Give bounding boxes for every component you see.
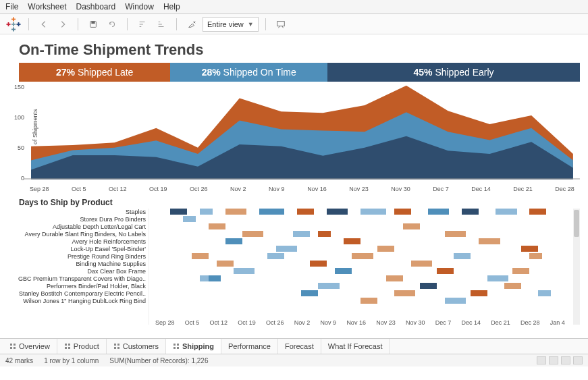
gantt-bar[interactable] xyxy=(217,261,234,267)
forward-button[interactable] xyxy=(55,17,71,32)
gantt-bar[interactable] xyxy=(183,216,196,222)
gantt-bar[interactable] xyxy=(310,261,327,267)
gantt-bar[interactable] xyxy=(192,253,209,259)
fit-select[interactable]: Entire view ▼ xyxy=(203,17,259,32)
gantt-bar[interactable] xyxy=(420,283,437,289)
gantt-bar[interactable] xyxy=(352,253,373,259)
tab-label: Performance xyxy=(228,342,271,350)
view-mini-3[interactable] xyxy=(561,356,570,364)
product-label: Staples xyxy=(7,209,149,216)
svg-rect-22 xyxy=(65,344,67,346)
gantt-bar[interactable] xyxy=(538,290,551,296)
menu-dashboard[interactable]: Dashboard xyxy=(76,2,115,11)
gantt-bar[interactable] xyxy=(403,223,420,229)
gantt-bar[interactable] xyxy=(276,246,297,252)
status-sum: SUM(Number of Records): 1,226 xyxy=(109,357,208,364)
product-label: GBC Premium Transparent Covers with Diag… xyxy=(7,275,149,283)
menu-file[interactable]: File xyxy=(5,2,18,11)
gantt-bar[interactable] xyxy=(259,209,285,215)
gantt-bar[interactable] xyxy=(445,231,466,237)
svg-rect-32 xyxy=(173,347,176,349)
gantt-bar[interactable] xyxy=(318,283,339,289)
gantt-bar[interactable] xyxy=(301,290,318,296)
gantt-body[interactable] xyxy=(149,209,580,325)
gantt-bar[interactable] xyxy=(521,246,538,252)
gantt-bar[interactable] xyxy=(225,209,246,215)
gantt-bar[interactable] xyxy=(428,209,449,215)
sheet-tabs: OverviewProductCustomersShippingPerforma… xyxy=(0,338,588,354)
gantt-bar[interactable] xyxy=(529,209,546,215)
gantt-bar[interactable] xyxy=(377,246,394,252)
sort-asc-button[interactable] xyxy=(134,17,151,32)
gantt-bar[interactable] xyxy=(318,231,331,237)
gantt-chart[interactable]: StaplesStorex Dura Pro BindersAdjustable… xyxy=(7,209,580,325)
svg-rect-28 xyxy=(114,347,116,349)
kpi-early[interactable]: 45% Shipped Early xyxy=(327,63,580,82)
tab-performance[interactable]: Performance xyxy=(221,339,278,354)
gantt-bar[interactable] xyxy=(394,209,411,215)
gantt-row xyxy=(149,283,572,290)
gantt-bar[interactable] xyxy=(394,290,415,296)
gantt-bar[interactable] xyxy=(437,268,454,274)
product-labels: StaplesStorex Dura Pro BindersAdjustable… xyxy=(7,209,149,325)
gantt-bar[interactable] xyxy=(335,268,352,274)
sort-desc-button[interactable] xyxy=(153,17,169,32)
menu-window[interactable]: Window xyxy=(125,2,154,11)
gantt-row xyxy=(149,275,572,282)
svg-rect-20 xyxy=(10,347,12,349)
area-chart[interactable]: Number of Shipments 150 100 50 0 Sep 28O… xyxy=(7,84,580,192)
gantt-bar[interactable] xyxy=(504,283,521,289)
svg-rect-21 xyxy=(14,347,16,349)
gantt-bar[interactable] xyxy=(471,290,487,296)
gantt-bar[interactable] xyxy=(462,209,479,215)
gantt-bar[interactable] xyxy=(242,231,263,237)
save-button[interactable] xyxy=(85,17,101,32)
gantt-bar[interactable] xyxy=(200,209,213,215)
gantt-bar[interactable] xyxy=(445,298,466,304)
x-ticks: Sep 28Oct 5Oct 12Oct 19Oct 26Nov 2Nov 9N… xyxy=(24,186,580,192)
clear-highlight-button[interactable] xyxy=(184,17,200,32)
tab-product[interactable]: Product xyxy=(57,339,107,354)
gantt-bar[interactable] xyxy=(267,253,284,259)
back-button[interactable] xyxy=(36,17,52,32)
gantt-bar[interactable] xyxy=(487,275,508,281)
gantt-bar[interactable] xyxy=(454,253,471,259)
gantt-bar[interactable] xyxy=(225,238,242,244)
gantt-bar[interactable] xyxy=(327,209,348,215)
scrollbar[interactable] xyxy=(573,209,580,325)
tab-customers[interactable]: Customers xyxy=(107,339,166,354)
scrollbar-thumb[interactable] xyxy=(574,210,579,237)
kpi-ontime[interactable]: 28% Shipped On Time xyxy=(170,63,327,82)
view-mini-1[interactable] xyxy=(537,356,546,364)
tab-shipping[interactable]: Shipping xyxy=(166,339,221,354)
menu-worksheet[interactable]: Worksheet xyxy=(28,2,66,11)
view-mini-2[interactable] xyxy=(549,356,558,364)
dashboard-icon xyxy=(9,343,16,350)
dashboard-icon xyxy=(113,343,120,350)
gantt-bar[interactable] xyxy=(209,275,221,281)
gantt-bar[interactable] xyxy=(386,275,403,281)
gantt-bar[interactable] xyxy=(360,298,377,304)
gantt-bar[interactable] xyxy=(479,238,500,244)
gantt-bar[interactable] xyxy=(529,253,542,259)
view-mini-4[interactable] xyxy=(573,356,583,364)
svg-rect-26 xyxy=(114,344,116,346)
tab-forecast[interactable]: Forecast xyxy=(278,339,321,354)
gantt-bar[interactable] xyxy=(344,238,360,244)
gantt-bar[interactable] xyxy=(209,223,225,229)
gantt-bar[interactable] xyxy=(170,209,187,215)
gantt-bar[interactable] xyxy=(512,268,529,274)
refresh-button[interactable] xyxy=(104,17,120,32)
tab-what-if-forecast[interactable]: What If Forecast xyxy=(321,339,390,354)
kpi-late[interactable]: 27% Shipped Late xyxy=(19,63,170,82)
gantt-bar[interactable] xyxy=(297,209,314,215)
gantt-bar[interactable] xyxy=(496,209,516,215)
gantt-row xyxy=(149,246,572,252)
gantt-bar[interactable] xyxy=(293,231,310,237)
menu-help[interactable]: Help xyxy=(163,2,180,11)
gantt-bar[interactable] xyxy=(411,261,432,267)
presentation-button[interactable] xyxy=(273,17,289,32)
tab-overview[interactable]: Overview xyxy=(3,339,57,354)
gantt-bar[interactable] xyxy=(360,209,386,215)
gantt-bar[interactable] xyxy=(234,268,255,274)
